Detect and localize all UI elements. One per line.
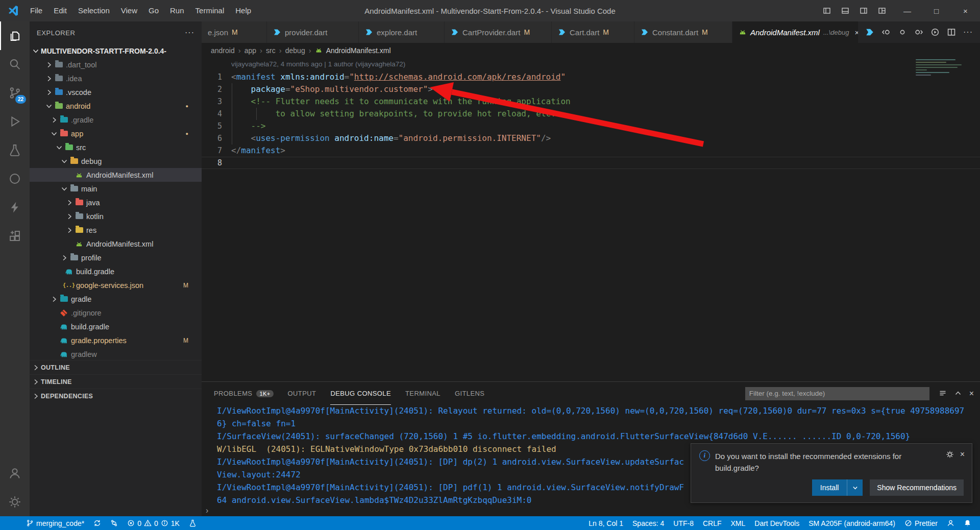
show-recommendations-button[interactable]: Show Recommendations (870, 479, 964, 496)
nav-back-icon[interactable] (881, 28, 891, 37)
status-encoding[interactable]: UTF-8 (669, 516, 698, 530)
run-menu-icon[interactable] (930, 28, 940, 37)
status-notifications-bell[interactable] (959, 516, 976, 530)
tree-item[interactable]: .dart_tool (30, 58, 202, 71)
activity-run-debug[interactable] (0, 107, 30, 136)
activity-extensions[interactable] (0, 222, 30, 250)
tree-item[interactable]: gradlew (30, 347, 202, 360)
notification-close-icon[interactable]: × (960, 450, 965, 459)
menu-edit[interactable]: Edit (48, 0, 72, 21)
menu-selection[interactable]: Selection (72, 0, 115, 21)
status-eol[interactable]: CRLF (698, 516, 726, 530)
menu-file[interactable]: File (24, 0, 48, 21)
status-dart-devtools[interactable]: Dart DevTools (750, 516, 804, 530)
tree-item[interactable]: build.gradle (30, 320, 202, 333)
install-dropdown-icon[interactable] (847, 479, 863, 496)
status-git-compare[interactable] (106, 516, 122, 530)
status-indentation[interactable]: Spaces: 4 (628, 516, 669, 530)
section-dependencies[interactable]: DEPENDENCIES (30, 389, 202, 403)
maximize-button[interactable]: □ (922, 0, 951, 21)
close-button[interactable]: × (951, 0, 980, 21)
status-device[interactable]: SM A205F (android-arm64) (804, 516, 900, 530)
panel-tab-debug-console[interactable]: DEBUG CONSOLE (330, 382, 391, 405)
status-feedback[interactable] (942, 516, 959, 530)
breadcrumb-item[interactable]: debug (285, 46, 305, 55)
dart-icon[interactable] (865, 28, 874, 37)
section-timeline[interactable]: TIMELINE (30, 374, 202, 389)
toggle-secondary-sidebar-icon[interactable] (856, 4, 871, 18)
tree-item[interactable]: app● (30, 127, 202, 140)
breadcrumb-file[interactable]: AndroidManifest.xml (326, 46, 391, 55)
status-prettier[interactable]: Prettier (900, 516, 942, 530)
activity-source-control[interactable]: 22 (0, 79, 30, 107)
editor-tab[interactable]: CartProvider.dartM (445, 21, 552, 43)
nav-circle-icon[interactable] (898, 28, 907, 37)
activity-testing[interactable] (0, 136, 30, 164)
tree-item[interactable]: AndroidManifest.xml (30, 237, 202, 251)
breadcrumb-item[interactable]: src (266, 46, 276, 55)
close-panel-icon[interactable]: × (969, 389, 974, 398)
tree-item[interactable]: src (30, 140, 202, 154)
activity-explorer[interactable] (0, 21, 30, 50)
split-editor-icon[interactable] (947, 28, 956, 37)
panel-tab-problems[interactable]: PROBLEMS1K+ (214, 382, 274, 405)
editor-tab[interactable]: AndroidManifest.xml...\debug× (732, 21, 858, 43)
status-test-run[interactable] (184, 516, 201, 530)
maximize-panel-icon[interactable] (954, 389, 962, 397)
menu-terminal[interactable]: Terminal (190, 0, 230, 21)
tree-item[interactable]: profile (30, 251, 202, 264)
panel-tab-gitlens[interactable]: GITLENS (455, 382, 484, 405)
tree-item[interactable]: .vscode (30, 85, 202, 99)
customize-layout-icon[interactable] (875, 4, 889, 18)
tree-item[interactable]: android● (30, 99, 202, 113)
debug-console-input[interactable]: › (202, 505, 980, 516)
tree-item[interactable]: {..}google-services.jsonM (30, 278, 202, 292)
breadcrumb-item[interactable]: app (244, 46, 256, 55)
tree-item[interactable]: kotlin (30, 209, 202, 223)
tree-item[interactable]: gradle.propertiesM (30, 333, 202, 347)
notification-settings-gear-icon[interactable] (946, 450, 954, 459)
activity-settings[interactable] (0, 488, 30, 516)
nav-forward-icon[interactable] (914, 28, 923, 37)
tree-item[interactable]: res (30, 223, 202, 237)
panel-tab-terminal[interactable]: TERMINAL (405, 382, 440, 405)
section-outline[interactable]: OUTLINE (30, 360, 202, 374)
activity-search[interactable] (0, 50, 30, 79)
tree-item[interactable]: .gradle (30, 113, 202, 127)
tree-item[interactable]: debug (30, 154, 202, 168)
status-sync[interactable] (89, 516, 106, 530)
toggle-sidebar-icon[interactable] (820, 4, 834, 18)
panel-tab-output[interactable]: OUTPUT (288, 382, 316, 405)
menu-run[interactable]: Run (164, 0, 190, 21)
menu-view[interactable]: View (115, 0, 143, 21)
editor-tab[interactable]: Cart.dartM (552, 21, 634, 43)
activity-extension-view-2[interactable] (0, 193, 30, 222)
tree-item[interactable]: AndroidManifest.xml (30, 168, 202, 182)
activity-account[interactable] (0, 459, 30, 488)
minimize-button[interactable]: — (893, 0, 922, 21)
status-problems[interactable]: 001K (122, 516, 184, 530)
sidebar-more-actions-icon[interactable]: ··· (185, 28, 194, 37)
editor-tab[interactable]: explore.dart (359, 21, 445, 43)
code-editor[interactable]: vijayvaghela72, 4 months ago | 1 author … (202, 58, 980, 381)
install-button[interactable]: Install (812, 479, 863, 496)
activity-extension-view-1[interactable] (0, 164, 30, 193)
output-actions-icon[interactable] (939, 389, 947, 397)
status-cursor-position[interactable]: Ln 8, Col 1 (584, 516, 628, 530)
status-git-branch[interactable]: merging_code* (21, 516, 89, 530)
status-language-mode[interactable]: XML (726, 516, 750, 530)
tree-item[interactable]: .idea (30, 71, 202, 85)
toggle-panel-icon[interactable] (838, 4, 852, 18)
breadcrumb-item[interactable]: android (211, 46, 235, 55)
tree-item[interactable]: main (30, 182, 202, 196)
minimap[interactable] (916, 59, 972, 77)
more-actions-icon[interactable]: ··· (963, 28, 973, 37)
editor-tab[interactable]: e.jsonM (202, 21, 267, 43)
menu-help[interactable]: Help (230, 0, 257, 21)
editor-tab[interactable]: Constant.dartM (634, 21, 732, 43)
tree-item[interactable]: build.gradle (30, 264, 202, 278)
tree-root-folder[interactable]: MULTIVENDOR-STARTT-FROM-2.0.4- (30, 44, 202, 58)
tree-item[interactable]: .gitignore (30, 306, 202, 320)
tree-item[interactable]: gradle (30, 292, 202, 306)
tree-item[interactable]: java (30, 196, 202, 209)
